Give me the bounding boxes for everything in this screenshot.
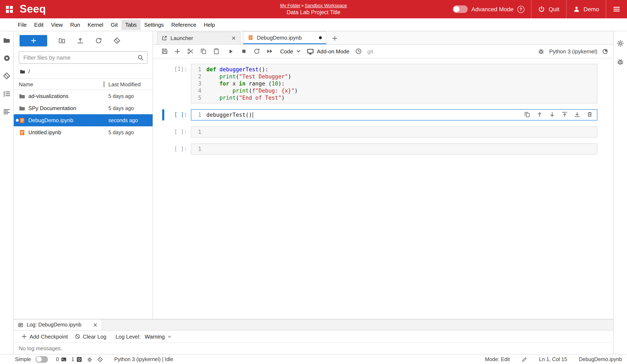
kernel-name[interactable]: Python 3 (ipykernel): [549, 48, 597, 54]
delete-cell-icon[interactable]: [586, 111, 593, 118]
clear-log-button[interactable]: Clear Log: [71, 331, 110, 342]
git-diamond-icon[interactable]: [97, 356, 103, 362]
cell-collapser[interactable]: [162, 143, 164, 155]
move-cell-up-icon[interactable]: [536, 111, 543, 118]
cell-editor[interactable]: 1: [191, 143, 597, 155]
duplicate-cell-icon[interactable]: [524, 111, 530, 118]
file-row[interactable]: SPy Documentation 5 days ago: [14, 102, 153, 114]
quit-button[interactable]: Quit: [531, 0, 566, 18]
file-row[interactable]: ad-visualizations 5 days ago: [14, 90, 153, 102]
run-all-icon: [266, 48, 273, 55]
unsaved-dot[interactable]: [319, 36, 322, 39]
checklist-icon[interactable]: [3, 90, 10, 98]
restart-kernel-button[interactable]: [251, 46, 262, 56]
cursor-position[interactable]: Ln 1, Col 15: [539, 356, 567, 362]
menu-file[interactable]: File: [14, 19, 30, 30]
menu-help[interactable]: Help: [200, 19, 219, 30]
insert-cell-button[interactable]: [172, 46, 183, 56]
column-header-name[interactable]: Name: [14, 81, 108, 87]
filter-files-input[interactable]: [19, 51, 148, 64]
notebook-icon: [19, 117, 25, 124]
log-tab[interactable]: Log: DebugDemo.ipynb: [14, 319, 102, 330]
menu-run[interactable]: Run: [66, 19, 84, 30]
git-icon[interactable]: [3, 72, 10, 80]
advanced-mode-toggle[interactable]: [453, 5, 468, 13]
run-cell-button[interactable]: [225, 46, 236, 56]
addon-mode-button[interactable]: Add-on Mode: [307, 48, 349, 55]
running-kernels-icon[interactable]: [3, 55, 10, 62]
cell-type-dropdown[interactable]: Code: [280, 48, 301, 54]
menu-view[interactable]: View: [47, 19, 66, 30]
help-icon[interactable]: ?: [517, 6, 524, 13]
breadcrumb-current-link[interactable]: Sandbox Workspace: [305, 3, 347, 8]
file-name: ad-visualizations: [28, 93, 68, 99]
menu-git[interactable]: Git: [107, 19, 121, 30]
toc-icon[interactable]: [3, 108, 10, 115]
code-cell-1[interactable]: [1]: 12345 def debuggerTest(): print("Te…: [153, 64, 613, 104]
hamburger-menu-button[interactable]: [606, 0, 627, 18]
paste-cells-button[interactable]: [210, 46, 222, 56]
header-center: My Folder»Sandbox Workspace Data Lab Pro…: [280, 3, 347, 15]
tab-debugdemo-notebook[interactable]: DebugDemo.ipynb: [243, 31, 326, 44]
restart-run-all-button[interactable]: [264, 46, 275, 56]
tab-label: DebugDemo.ipynb: [257, 34, 302, 41]
debugger-bug-icon[interactable]: [617, 58, 624, 65]
log-level-select[interactable]: Warning: [145, 333, 172, 340]
new-launcher-button[interactable]: [20, 35, 47, 46]
bug-icon[interactable]: [538, 48, 545, 55]
menu-kernel[interactable]: Kernel: [84, 19, 107, 30]
save-button[interactable]: [159, 46, 170, 56]
bug-icon[interactable]: [87, 356, 93, 362]
menu-edit[interactable]: Edit: [30, 19, 47, 30]
settings-gear-icon[interactable]: [617, 40, 624, 47]
code-cell-4-empty[interactable]: [ ]: 1: [153, 143, 613, 155]
simple-mode-toggle[interactable]: [35, 356, 48, 363]
menu-settings[interactable]: Settings: [141, 19, 168, 30]
apps-grid-icon[interactable]: [5, 5, 13, 13]
new-tab-button[interactable]: [329, 33, 341, 44]
file-row-selected[interactable]: DebugDemo.ipynb seconds ago: [14, 114, 153, 126]
user-menu[interactable]: Demo: [566, 0, 606, 18]
cell-editor[interactable]: 1 debuggerTest(): [191, 109, 597, 120]
terminals-indicator[interactable]: 0: [56, 356, 67, 362]
interrupt-kernel-button[interactable]: [238, 46, 249, 56]
menu-reference[interactable]: Reference: [168, 19, 200, 30]
kernels-indicator[interactable]: 1: [71, 356, 82, 362]
notebook-panel: [1]: 12345 def debuggerTest(): print("Te…: [153, 58, 613, 319]
breadcrumb-parent-link[interactable]: My Folder: [280, 3, 301, 8]
cell-code[interactable]: [206, 128, 597, 136]
file-browser-panel: / Name Last Modified: [14, 31, 153, 319]
files-folder-icon[interactable]: [3, 37, 10, 44]
insert-cell-above-icon[interactable]: [562, 111, 568, 118]
git-toolbar-label[interactable]: git: [367, 48, 373, 54]
cell-editor[interactable]: 1: [191, 126, 597, 138]
cell-code[interactable]: def debuggerTest(): print("Test Debugger…: [206, 66, 597, 101]
menu-tabs[interactable]: Tabs: [121, 19, 141, 30]
close-icon[interactable]: [93, 322, 98, 327]
kernel-status-text[interactable]: Python 3 (ipykernel) | Idle: [114, 356, 173, 362]
code-cell-2-active[interactable]: [ ]: 1 debuggerTest(): [153, 109, 613, 120]
upload-icon[interactable]: [77, 37, 84, 44]
cell-collapser[interactable]: [162, 64, 164, 104]
git-clone-icon[interactable]: [113, 37, 120, 44]
execution-prompt: [1]:: [164, 64, 191, 104]
cut-cells-button[interactable]: [185, 46, 196, 56]
line-numbers: 1: [191, 146, 206, 153]
breadcrumb-root[interactable]: /: [28, 68, 30, 75]
cell-collapser[interactable]: [162, 126, 164, 138]
move-cell-down-icon[interactable]: [549, 111, 555, 118]
tab-launcher[interactable]: Launcher: [157, 32, 241, 44]
file-row[interactable]: Untitled.ipynb 5 days ago: [14, 126, 153, 138]
refresh-icon[interactable]: [95, 37, 102, 44]
history-button[interactable]: [353, 46, 364, 56]
close-icon[interactable]: [231, 36, 236, 41]
cell-collapser[interactable]: [162, 109, 164, 120]
add-checkpoint-button[interactable]: Add Checkpoint: [18, 331, 71, 342]
code-cell-3-empty[interactable]: [ ]: 1: [153, 126, 613, 138]
copy-cells-button[interactable]: [198, 46, 209, 56]
insert-cell-below-icon[interactable]: [574, 111, 580, 118]
cell-code[interactable]: [206, 146, 597, 153]
column-header-modified[interactable]: Last Modified: [108, 81, 153, 87]
cell-editor[interactable]: 12345 def debuggerTest(): print("Test De…: [191, 64, 597, 104]
new-folder-icon[interactable]: [58, 37, 65, 44]
